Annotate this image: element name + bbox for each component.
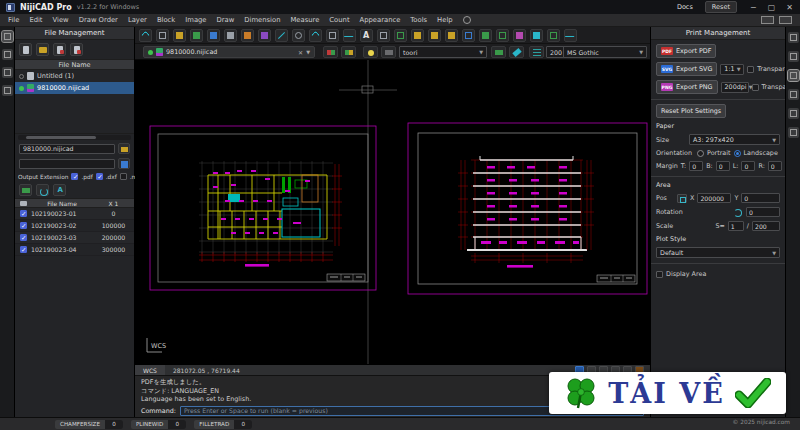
filletrad-status[interactable]: FILLETRAD 0 — [194, 420, 252, 429]
list-tab-icon[interactable] — [788, 108, 799, 119]
file-row-untitled[interactable]: Untitled (1) — [15, 70, 134, 82]
arc-tool-icon[interactable] — [309, 29, 322, 42]
block-edit-icon[interactable] — [445, 29, 458, 42]
layout-icon[interactable] — [761, 16, 774, 24]
tools-tab-icon[interactable] — [788, 32, 799, 43]
menu-measure[interactable]: Measure — [290, 16, 319, 24]
match-properties-icon[interactable] — [509, 46, 524, 58]
selection-icon[interactable] — [547, 29, 560, 42]
menu-draw[interactable]: Draw — [217, 16, 235, 24]
dxf-checkbox[interactable] — [96, 173, 103, 180]
array-icon[interactable] — [479, 29, 492, 42]
tab-dropdown-icon[interactable]: ▼ — [306, 49, 310, 55]
menu-count[interactable]: Count — [329, 16, 349, 24]
rectangle-tool-icon[interactable] — [326, 29, 339, 42]
svg-transparent-checkbox[interactable] — [747, 66, 754, 73]
margin-bottom-input[interactable] — [716, 161, 730, 171]
auto-name-icon[interactable] — [53, 184, 66, 196]
batch-row[interactable]: 102190023-03 200000 — [15, 232, 134, 244]
menu-appearance[interactable]: Appearance — [360, 16, 401, 24]
window-layout-icon[interactable] — [779, 16, 792, 24]
file-row-current[interactable]: 9810000.nijicad — [15, 82, 134, 94]
portrait-radio[interactable] — [697, 150, 704, 157]
row-checkbox[interactable] — [20, 246, 27, 253]
settings-tab-icon[interactable] — [788, 127, 799, 138]
open-icon[interactable] — [173, 29, 186, 42]
landscape-radio[interactable] — [734, 150, 741, 157]
pos-x-input[interactable] — [697, 193, 731, 203]
rotation-input[interactable] — [746, 207, 780, 217]
row-checkbox[interactable] — [20, 222, 27, 229]
scale-denominator-input[interactable] — [752, 221, 780, 231]
polyline-tool-icon[interactable] — [343, 29, 356, 42]
menu-tools[interactable]: Tools — [410, 16, 427, 24]
image-tool-icon[interactable] — [394, 29, 407, 42]
paper-size-select[interactable]: A3: 297x420▼ — [689, 134, 780, 145]
circle-tool-icon[interactable] — [292, 29, 305, 42]
rotate-icon[interactable] — [733, 208, 743, 217]
close-file-icon[interactable] — [53, 43, 66, 56]
plot-stamp-icon[interactable] — [241, 29, 254, 42]
node-icon[interactable] — [530, 29, 543, 42]
layer-color-icon[interactable] — [381, 46, 396, 58]
undo-icon[interactable] — [139, 29, 152, 42]
layer-visibility-icon[interactable] — [363, 46, 378, 58]
copy-icon[interactable] — [462, 29, 475, 42]
print-icon[interactable] — [224, 29, 237, 42]
settings-gear-icon[interactable] — [463, 16, 471, 24]
layer-select[interactable]: toori▼ — [399, 46, 487, 58]
display-area-checkbox[interactable] — [656, 271, 663, 278]
menu-dimension[interactable]: Dimension — [244, 16, 280, 24]
export-folder-icon[interactable] — [19, 184, 32, 196]
block-icon[interactable] — [411, 29, 424, 42]
batch-row[interactable]: 102190023-04 300000 — [15, 244, 134, 256]
new-file-icon[interactable] — [19, 43, 32, 56]
redo-icon[interactable] — [156, 29, 169, 42]
chamfersize-status[interactable]: CHAMFERSIZE 0 — [55, 420, 123, 429]
images-tab-icon[interactable] — [2, 85, 13, 96]
reset-plot-settings-button[interactable]: Reset Plot Settings — [656, 104, 726, 118]
menu-view[interactable]: View — [53, 16, 69, 24]
layer-manager-icon[interactable] — [341, 46, 356, 58]
menu-block[interactable]: Block — [157, 16, 175, 24]
reset-button[interactable]: Reset — [705, 1, 737, 13]
pan-icon[interactable] — [564, 29, 577, 42]
menu-image[interactable]: Image — [185, 16, 206, 24]
hatch-tool-icon[interactable] — [377, 29, 390, 42]
output-path-input[interactable] — [19, 159, 115, 169]
docs-button[interactable]: Docs — [671, 2, 699, 12]
maximize-icon[interactable]: ▢ — [767, 3, 776, 12]
export-png-button[interactable]: PNG Export PNG — [656, 80, 718, 94]
close-tab-icon[interactable]: ✕ — [298, 49, 303, 56]
save-icon[interactable] — [190, 29, 203, 42]
pick-point-icon[interactable] — [677, 194, 687, 203]
margin-left-input[interactable] — [741, 161, 755, 171]
batch-row[interactable]: 102190023-01 0 — [15, 208, 134, 220]
file-management-tab-icon[interactable] — [2, 31, 13, 42]
refresh-icon[interactable] — [36, 184, 49, 196]
margin-top-input[interactable] — [689, 161, 703, 171]
save-output-icon[interactable] — [118, 158, 130, 169]
batch-row[interactable]: 102190023-02 100000 — [15, 220, 134, 232]
insert-block-icon[interactable] — [428, 29, 441, 42]
minimize-icon[interactable]: ─ — [749, 3, 758, 12]
layer-isolate-icon[interactable] — [491, 46, 506, 58]
menu-help[interactable]: Help — [437, 16, 453, 24]
blocks-tab-icon[interactable] — [2, 67, 13, 78]
plot-style-select[interactable]: Default▼ — [656, 247, 780, 258]
save-as-icon[interactable] — [207, 29, 220, 42]
output-name-input[interactable] — [19, 144, 115, 154]
menu-edit[interactable]: Edit — [29, 16, 42, 24]
menu-draw-order[interactable]: Draw Order — [79, 16, 118, 24]
png-dpi-select[interactable]: 200dpi▼ — [721, 82, 749, 93]
browse-folder-icon[interactable] — [118, 143, 130, 154]
pdf-checkbox[interactable] — [71, 173, 78, 180]
measure-icon[interactable] — [496, 29, 509, 42]
export-image-tab-icon[interactable] — [788, 51, 799, 62]
pos-y-input[interactable] — [741, 193, 780, 203]
png-transparent-checkbox[interactable] — [752, 84, 759, 91]
svg-scale-select[interactable]: 1:1▼ — [720, 64, 744, 75]
print-tab-icon[interactable] — [788, 70, 799, 81]
font-select[interactable]: MS Gothic▼ — [563, 46, 647, 58]
margin-right-input[interactable] — [768, 161, 782, 171]
